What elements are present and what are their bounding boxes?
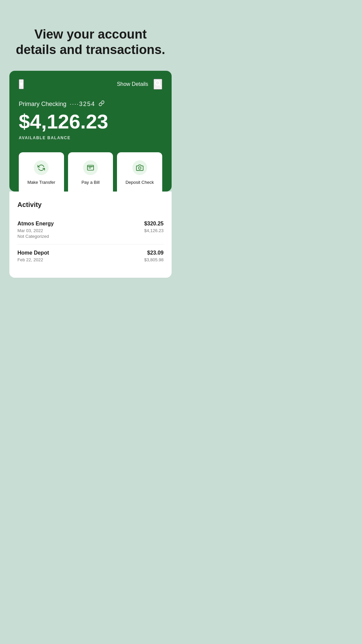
transaction-right: $23.09 $3,805.98 bbox=[144, 250, 164, 262]
deposit-check-label: Deposit Check bbox=[125, 180, 154, 185]
transaction-balance: $3,805.98 bbox=[144, 257, 164, 262]
search-button[interactable] bbox=[154, 79, 162, 90]
transaction-date: Feb 22, 2022 bbox=[17, 257, 49, 262]
make-transfer-button[interactable]: Make Transfer bbox=[19, 152, 64, 192]
header-right: Show Details bbox=[117, 79, 162, 90]
deposit-check-button[interactable]: Deposit Check bbox=[117, 152, 162, 192]
transaction-name: Home Depot bbox=[17, 250, 49, 256]
account-name: Primary Checking ····3254 bbox=[19, 100, 162, 108]
search-icon bbox=[154, 79, 162, 87]
transaction-left: Atmos Energy Mar 03, 2022 Not Categorize… bbox=[17, 221, 54, 239]
transaction-right: $320.25 $4,126.23 bbox=[144, 221, 164, 233]
transfer-icon bbox=[38, 164, 45, 171]
chevron-down-icon: ▾ bbox=[19, 80, 23, 88]
svg-point-3 bbox=[138, 167, 141, 169]
transaction-amount: $320.25 bbox=[144, 221, 164, 227]
activity-title: Activity bbox=[17, 201, 164, 209]
balance-label: AVAILABLE BALANCE bbox=[19, 136, 162, 140]
pay-bill-label: Pay a Bill bbox=[81, 180, 100, 185]
hero-title: View your account details and transactio… bbox=[13, 27, 168, 57]
transaction-category: Not Categorized bbox=[17, 234, 54, 239]
transfer-icon-bg bbox=[34, 160, 49, 175]
transaction-amount: $23.09 bbox=[144, 250, 164, 256]
hero-section: View your account details and transactio… bbox=[0, 0, 181, 71]
chevron-down-button[interactable]: ▾ bbox=[19, 79, 24, 89]
transaction-left: Home Depot Feb 22, 2022 bbox=[17, 250, 49, 263]
pay-bill-button[interactable]: Pay a Bill bbox=[68, 152, 113, 192]
transaction-name: Atmos Energy bbox=[17, 221, 54, 227]
bill-icon bbox=[87, 164, 94, 171]
transaction-balance: $4,126.23 bbox=[144, 228, 164, 233]
account-card: ▾ Show Details Primary Checking ····3254 bbox=[9, 71, 172, 192]
white-section: Activity Atmos Energy Mar 03, 2022 Not C… bbox=[9, 192, 172, 278]
transaction-item[interactable]: Home Depot Feb 22, 2022 $23.09 $3,805.98 bbox=[17, 245, 164, 268]
transaction-date: Mar 03, 2022 bbox=[17, 228, 54, 233]
bill-icon-bg bbox=[83, 160, 98, 175]
show-details-button[interactable]: Show Details bbox=[117, 81, 148, 87]
balance-amount: $4,126.23 bbox=[19, 111, 162, 133]
deposit-icon-bg bbox=[132, 160, 147, 175]
svg-line-1 bbox=[159, 85, 161, 86]
card-header: ▾ Show Details bbox=[19, 79, 162, 90]
link-icon bbox=[99, 100, 105, 108]
page-wrapper: View your account details and transactio… bbox=[0, 0, 181, 322]
make-transfer-label: Make Transfer bbox=[27, 180, 55, 185]
transaction-item[interactable]: Atmos Energy Mar 03, 2022 Not Categorize… bbox=[17, 215, 164, 245]
action-buttons: Make Transfer Pay a Bill bbox=[9, 152, 172, 192]
deposit-icon bbox=[136, 164, 143, 171]
